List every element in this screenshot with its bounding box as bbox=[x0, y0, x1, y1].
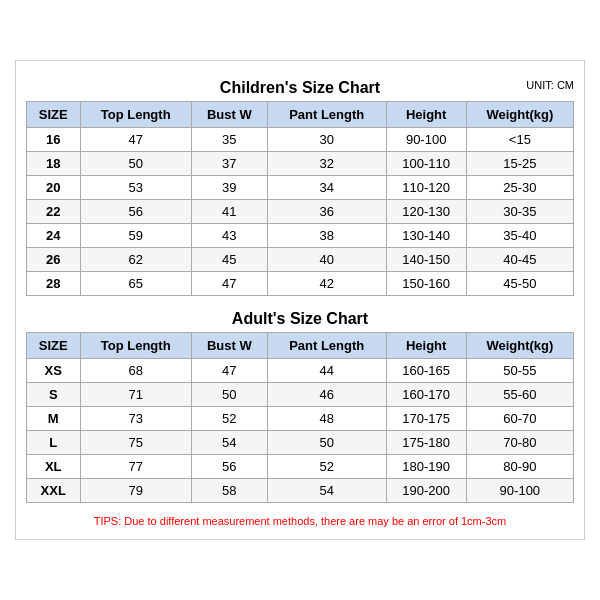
table-cell: 39 bbox=[191, 176, 267, 200]
table-cell: 56 bbox=[191, 455, 267, 479]
adult-size-table: SIZE Top Length Bust W Pant Length Heigh… bbox=[26, 332, 574, 503]
table-cell: 110-120 bbox=[386, 176, 466, 200]
table-cell: 65 bbox=[80, 272, 191, 296]
table-cell: 46 bbox=[267, 383, 386, 407]
table-cell: 62 bbox=[80, 248, 191, 272]
table-cell: 90-100 bbox=[466, 479, 573, 503]
table-cell: 47 bbox=[191, 359, 267, 383]
table-cell: L bbox=[27, 431, 81, 455]
table-row: L755450175-18070-80 bbox=[27, 431, 574, 455]
adult-title-text: Adult's Size Chart bbox=[232, 310, 368, 327]
table-row: S715046160-17055-60 bbox=[27, 383, 574, 407]
table-cell: 48 bbox=[267, 407, 386, 431]
table-row: 20533934110-12025-30 bbox=[27, 176, 574, 200]
table-row: 28654742150-16045-50 bbox=[27, 272, 574, 296]
table-cell: 170-175 bbox=[386, 407, 466, 431]
table-cell: 77 bbox=[80, 455, 191, 479]
table-cell: 28 bbox=[27, 272, 81, 296]
table-row: 24594338130-14035-40 bbox=[27, 224, 574, 248]
table-cell: 58 bbox=[191, 479, 267, 503]
table-cell: 130-140 bbox=[386, 224, 466, 248]
children-table-body: 1647353090-100<1518503732100-11015-25205… bbox=[27, 128, 574, 296]
table-row: 26624540140-15040-45 bbox=[27, 248, 574, 272]
table-cell: 50 bbox=[267, 431, 386, 455]
table-cell: 52 bbox=[267, 455, 386, 479]
table-cell: 34 bbox=[267, 176, 386, 200]
col-size-adult: SIZE bbox=[27, 333, 81, 359]
table-cell: 43 bbox=[191, 224, 267, 248]
table-cell: 100-110 bbox=[386, 152, 466, 176]
table-cell: 20 bbox=[27, 176, 81, 200]
table-cell: 42 bbox=[267, 272, 386, 296]
table-cell: 50 bbox=[191, 383, 267, 407]
table-cell: 50 bbox=[80, 152, 191, 176]
table-cell: 47 bbox=[191, 272, 267, 296]
table-cell: M bbox=[27, 407, 81, 431]
table-cell: 30 bbox=[267, 128, 386, 152]
table-cell: 47 bbox=[80, 128, 191, 152]
table-row: 22564136120-13030-35 bbox=[27, 200, 574, 224]
table-cell: 32 bbox=[267, 152, 386, 176]
table-row: 1647353090-100<15 bbox=[27, 128, 574, 152]
table-cell: 25-30 bbox=[466, 176, 573, 200]
table-cell: 150-160 bbox=[386, 272, 466, 296]
table-cell: 37 bbox=[191, 152, 267, 176]
table-cell: 45-50 bbox=[466, 272, 573, 296]
table-cell: 180-190 bbox=[386, 455, 466, 479]
table-cell: 59 bbox=[80, 224, 191, 248]
table-cell: S bbox=[27, 383, 81, 407]
table-cell: 35 bbox=[191, 128, 267, 152]
table-cell: 26 bbox=[27, 248, 81, 272]
children-size-table: SIZE Top Length Bust W Pant Length Heigh… bbox=[26, 101, 574, 296]
table-cell: 120-130 bbox=[386, 200, 466, 224]
tips-text: TIPS: Due to different measurement metho… bbox=[26, 509, 574, 529]
table-cell: 40-45 bbox=[466, 248, 573, 272]
table-cell: 80-90 bbox=[466, 455, 573, 479]
table-cell: 24 bbox=[27, 224, 81, 248]
table-cell: 56 bbox=[80, 200, 191, 224]
table-cell: 73 bbox=[80, 407, 191, 431]
col-weight-adult: Weight(kg) bbox=[466, 333, 573, 359]
table-cell: 22 bbox=[27, 200, 81, 224]
col-bust-w-adult: Bust W bbox=[191, 333, 267, 359]
table-cell: 35-40 bbox=[466, 224, 573, 248]
children-header-row: SIZE Top Length Bust W Pant Length Heigh… bbox=[27, 102, 574, 128]
table-cell: 60-70 bbox=[466, 407, 573, 431]
table-cell: 16 bbox=[27, 128, 81, 152]
table-cell: 68 bbox=[80, 359, 191, 383]
table-cell: 45 bbox=[191, 248, 267, 272]
col-top-length-adult: Top Length bbox=[80, 333, 191, 359]
table-cell: 71 bbox=[80, 383, 191, 407]
table-cell: 54 bbox=[191, 431, 267, 455]
table-cell: XXL bbox=[27, 479, 81, 503]
table-cell: 15-25 bbox=[466, 152, 573, 176]
col-weight: Weight(kg) bbox=[466, 102, 573, 128]
col-size: SIZE bbox=[27, 102, 81, 128]
table-row: XXL795854190-20090-100 bbox=[27, 479, 574, 503]
table-cell: 79 bbox=[80, 479, 191, 503]
table-cell: XL bbox=[27, 455, 81, 479]
col-pant-length-adult: Pant Length bbox=[267, 333, 386, 359]
table-row: M735248170-17560-70 bbox=[27, 407, 574, 431]
col-height-adult: Height bbox=[386, 333, 466, 359]
table-cell: XS bbox=[27, 359, 81, 383]
table-cell: 52 bbox=[191, 407, 267, 431]
table-cell: 70-80 bbox=[466, 431, 573, 455]
table-cell: 44 bbox=[267, 359, 386, 383]
col-top-length: Top Length bbox=[80, 102, 191, 128]
col-height: Height bbox=[386, 102, 466, 128]
table-cell: 18 bbox=[27, 152, 81, 176]
table-cell: 55-60 bbox=[466, 383, 573, 407]
table-row: XL775652180-19080-90 bbox=[27, 455, 574, 479]
adult-table-body: XS684744160-16550-55S715046160-17055-60M… bbox=[27, 359, 574, 503]
table-cell: 75 bbox=[80, 431, 191, 455]
children-section-title: Children's Size Chart UNIT: CM bbox=[26, 71, 574, 101]
table-cell: 41 bbox=[191, 200, 267, 224]
table-cell: 140-150 bbox=[386, 248, 466, 272]
col-bust-w: Bust W bbox=[191, 102, 267, 128]
table-row: 18503732100-11015-25 bbox=[27, 152, 574, 176]
adult-section-title: Adult's Size Chart bbox=[26, 302, 574, 332]
table-cell: 190-200 bbox=[386, 479, 466, 503]
table-row: XS684744160-16550-55 bbox=[27, 359, 574, 383]
table-cell: 38 bbox=[267, 224, 386, 248]
